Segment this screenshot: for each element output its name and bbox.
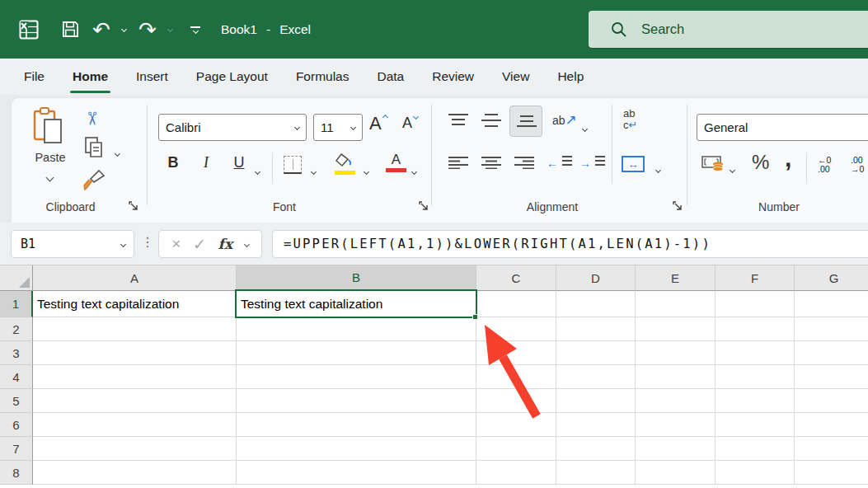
undo-button[interactable]: ↶: [89, 0, 114, 59]
row-header-7[interactable]: 7: [0, 437, 33, 461]
cell-D2[interactable]: [556, 317, 636, 341]
merge-center-dropdown[interactable]: [656, 161, 660, 176]
cell-D7[interactable]: [556, 437, 636, 461]
confirm-entry-button[interactable]: ✓: [193, 235, 206, 254]
wrap-text-button[interactable]: ab c↵: [623, 108, 637, 131]
cell-C6[interactable]: [476, 413, 556, 437]
redo-button[interactable]: ↷: [135, 0, 160, 59]
cell-F5[interactable]: [716, 389, 795, 413]
cell-B7[interactable]: [237, 437, 476, 461]
cell-F3[interactable]: [716, 341, 795, 365]
row-header-2[interactable]: 2: [0, 317, 33, 341]
align-left-button[interactable]: [448, 156, 469, 172]
font-size-combobox[interactable]: 11: [313, 114, 363, 141]
cell-A5[interactable]: [33, 389, 237, 413]
font-color-dropdown[interactable]: [412, 162, 416, 177]
bottom-align-button-selected[interactable]: [509, 106, 542, 137]
column-header-D[interactable]: D: [556, 265, 636, 291]
row-header-6[interactable]: 6: [0, 413, 33, 437]
cell-G5[interactable]: [795, 389, 868, 413]
cell-F2[interactable]: [716, 317, 795, 341]
cell-F6[interactable]: [716, 413, 795, 437]
menu-tab-data[interactable]: Data: [363, 59, 418, 95]
increase-font-size-button[interactable]: A: [369, 113, 386, 134]
row-header-4[interactable]: 4: [0, 365, 33, 389]
cell-A4[interactable]: [33, 365, 237, 389]
fill-handle[interactable]: [472, 314, 478, 320]
orientation-button[interactable]: ab↗: [552, 111, 577, 129]
cell-E5[interactable]: [636, 389, 716, 413]
row-header-1[interactable]: 1: [0, 291, 33, 317]
menu-tab-formulas[interactable]: Formulas: [282, 59, 364, 95]
cell-E7[interactable]: [636, 437, 716, 461]
undo-dropdown[interactable]: [117, 0, 130, 59]
alignment-dialog-launcher[interactable]: [673, 200, 684, 212]
cancel-entry-button[interactable]: ×: [171, 235, 181, 253]
save-button[interactable]: [58, 0, 82, 59]
format-painter-button[interactable]: [82, 167, 107, 195]
column-header-B[interactable]: B: [237, 265, 476, 291]
cell-E2[interactable]: [636, 317, 716, 341]
underline-dropdown[interactable]: [256, 162, 260, 177]
cell-G3[interactable]: [795, 341, 868, 365]
copy-button[interactable]: [84, 136, 106, 162]
cell-F8[interactable]: [716, 461, 795, 485]
underline-button[interactable]: U: [229, 154, 249, 171]
menu-tab-home[interactable]: Home: [59, 59, 122, 95]
decrease-font-size-button[interactable]: A: [402, 115, 416, 132]
name-box[interactable]: B1: [11, 230, 134, 258]
cell-E3[interactable]: [636, 341, 716, 365]
insert-function-button[interactable]: fx: [218, 236, 232, 252]
bold-button[interactable]: B: [163, 154, 183, 171]
cell-D5[interactable]: [556, 389, 636, 413]
cell-B1[interactable]: Testing text capitalization: [237, 291, 476, 317]
column-header-A[interactable]: A: [33, 265, 237, 291]
borders-button[interactable]: [284, 156, 302, 174]
cell-C1[interactable]: [476, 291, 556, 317]
merge-center-button[interactable]: ↔: [622, 156, 645, 172]
excel-app-icon[interactable]: [16, 0, 41, 59]
increase-decimal-button[interactable]: ←0 .00: [818, 156, 831, 174]
select-all-button[interactable]: [0, 265, 33, 291]
percent-style-button[interactable]: %: [752, 151, 769, 174]
cell-E4[interactable]: [636, 365, 716, 389]
paste-dropdown[interactable]: [47, 169, 53, 184]
cell-G2[interactable]: [795, 317, 868, 341]
cell-F7[interactable]: [716, 437, 795, 461]
column-header-G[interactable]: G: [795, 265, 868, 291]
increase-indent-button[interactable]: →: [579, 154, 606, 170]
font-color-button[interactable]: A: [386, 152, 406, 172]
cell-G8[interactable]: [795, 461, 868, 485]
italic-button[interactable]: I: [196, 154, 216, 171]
top-align-button[interactable]: [448, 113, 469, 131]
align-center-button[interactable]: [481, 156, 502, 172]
clipboard-dialog-launcher[interactable]: [129, 200, 140, 212]
cell-B4[interactable]: [237, 365, 476, 389]
paste-button[interactable]: [31, 106, 64, 152]
decrease-indent-button[interactable]: ←: [547, 154, 573, 170]
cell-D8[interactable]: [556, 461, 636, 485]
cell-F1[interactable]: [716, 291, 795, 317]
cell-E6[interactable]: [636, 413, 716, 437]
menu-tab-review[interactable]: Review: [418, 59, 488, 95]
cell-E8[interactable]: [636, 461, 716, 485]
menu-tab-help[interactable]: Help: [543, 59, 598, 95]
paste-label[interactable]: Paste: [30, 151, 71, 164]
cell-A6[interactable]: [33, 413, 237, 437]
cell-B3[interactable]: [237, 341, 476, 365]
menu-tab-view[interactable]: View: [488, 59, 543, 95]
cell-G1[interactable]: [795, 291, 868, 317]
cell-B2[interactable]: [237, 317, 476, 341]
menu-tab-file[interactable]: File: [10, 59, 59, 95]
fill-color-dropdown[interactable]: [364, 162, 368, 177]
formula-bar-separator-dots[interactable]: ⋮: [141, 234, 154, 250]
font-dialog-launcher[interactable]: [419, 200, 430, 212]
accounting-dropdown[interactable]: [730, 161, 734, 176]
font-name-combobox[interactable]: Calibri: [158, 114, 307, 141]
column-header-C[interactable]: C: [476, 265, 556, 291]
row-header-5[interactable]: 5: [0, 389, 33, 413]
cell-B6[interactable]: [237, 413, 476, 437]
menu-tab-page-layout[interactable]: Page Layout: [182, 59, 282, 95]
cell-D1[interactable]: [556, 291, 636, 317]
row-header-3[interactable]: 3: [0, 341, 33, 365]
